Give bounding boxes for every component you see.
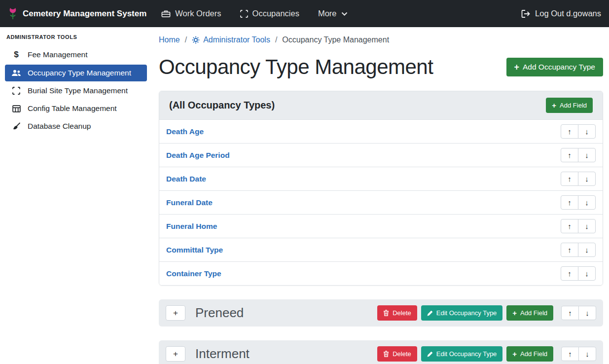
add-occupancy-type-button[interactable]: + Add Occupancy Type xyxy=(506,58,603,76)
button-label: Delete xyxy=(393,309,411,317)
broom-icon xyxy=(11,122,21,130)
all-occupancy-types-panel: (All Occupancy Types) + Add Field Death … xyxy=(159,91,603,286)
sidebar-item-burial-site-type-management[interactable]: Burial Site Type Management xyxy=(5,82,147,99)
reorder-controls: ↑ ↓ xyxy=(561,148,596,162)
section-actions: Delete Edit Occupancy Type + Add Field ↑ xyxy=(377,346,596,362)
main-content: Home / Administrator Tools / Occupancy T… xyxy=(152,27,609,364)
field-link-funeral-home[interactable]: Funeral Home xyxy=(166,222,217,231)
field-link-funeral-date[interactable]: Funeral Date xyxy=(166,198,213,207)
move-up-button[interactable]: ↑ xyxy=(561,347,579,361)
field-row: Container Type ↑ ↓ xyxy=(159,261,603,285)
button-label: Add Field xyxy=(520,350,547,358)
table-icon xyxy=(11,105,21,112)
field-row: Funeral Date ↑ ↓ xyxy=(159,190,603,214)
move-down-button[interactable]: ↓ xyxy=(578,243,596,257)
move-down-button[interactable]: ↓ xyxy=(578,148,596,162)
move-up-button[interactable]: ↑ xyxy=(561,195,578,210)
nav-item-occupancies[interactable]: Occupancies xyxy=(240,9,299,18)
expand-button[interactable]: + xyxy=(166,305,185,321)
breadcrumb-admin-tools-link[interactable]: Administrator Tools xyxy=(203,36,270,44)
occupancy-type-section-interment: + Interment Delete xyxy=(159,340,603,364)
occupancy-type-title: Interment xyxy=(195,346,250,362)
field-row: Committal Type ↑ ↓ xyxy=(159,238,603,261)
logout-button[interactable]: Log Out d.gowans xyxy=(521,9,601,18)
move-up-button[interactable]: ↑ xyxy=(561,172,578,186)
sidebar: Administrator Tools $ Fee Management Occ… xyxy=(0,27,152,364)
reorder-controls: ↑ ↓ xyxy=(561,266,596,281)
reorder-controls: ↑ ↓ xyxy=(561,347,596,361)
field-row: Death Age ↑ ↓ xyxy=(159,119,603,143)
move-down-button[interactable]: ↓ xyxy=(578,306,596,320)
field-link-death-age[interactable]: Death Age xyxy=(166,127,204,136)
move-up-button[interactable]: ↑ xyxy=(561,124,578,139)
move-down-button[interactable]: ↓ xyxy=(578,195,596,210)
nav-label: Occupancies xyxy=(252,9,299,18)
sidebar-item-label: Config Table Management xyxy=(28,104,117,113)
plus-icon: + xyxy=(514,64,519,71)
sidebar-item-config-table-management[interactable]: Config Table Management xyxy=(5,100,147,117)
chevron-down-icon xyxy=(341,12,348,16)
pencil-icon xyxy=(427,310,433,316)
reorder-controls: ↑ ↓ xyxy=(561,195,596,210)
button-label: Delete xyxy=(393,350,411,358)
reorder-controls: ↑ ↓ xyxy=(561,306,596,320)
breadcrumb-separator: / xyxy=(275,36,277,44)
add-field-button[interactable]: + Add Field xyxy=(546,98,593,113)
move-down-button[interactable]: ↓ xyxy=(578,172,596,186)
gear-icon xyxy=(192,36,200,44)
sidebar-item-fee-management[interactable]: $ Fee Management xyxy=(5,46,147,64)
plus-icon: + xyxy=(512,351,517,357)
nav-label: Work Orders xyxy=(175,9,221,18)
edit-occupancy-type-button[interactable]: Edit Occupancy Type xyxy=(421,346,503,362)
sidebar-item-label: Occupancy Type Management xyxy=(28,69,131,77)
move-down-button[interactable]: ↓ xyxy=(578,219,596,233)
sidebar-header: Administrator Tools xyxy=(0,33,152,45)
page-title: Occupancy Type Management xyxy=(159,55,433,79)
field-row: Death Age Period ↑ ↓ xyxy=(159,143,603,167)
field-row: Funeral Home ↑ ↓ xyxy=(159,214,603,238)
occupancy-type-title: Preneed xyxy=(195,305,244,321)
trash-icon xyxy=(383,351,389,357)
reorder-controls: ↑ ↓ xyxy=(561,219,596,233)
move-up-button[interactable]: ↑ xyxy=(561,148,578,162)
delete-button[interactable]: Delete xyxy=(377,305,417,321)
app-brand[interactable]: Cemetery Management System xyxy=(8,7,146,20)
expand-button[interactable]: + xyxy=(166,346,185,362)
move-up-button[interactable]: ↑ xyxy=(561,219,578,233)
field-link-death-date[interactable]: Death Date xyxy=(166,175,206,183)
field-row: Death Date ↑ ↓ xyxy=(159,167,603,190)
move-down-button[interactable]: ↓ xyxy=(578,347,596,361)
move-up-button[interactable]: ↑ xyxy=(561,306,579,320)
breadcrumb-home-link[interactable]: Home xyxy=(159,36,180,44)
field-link-death-age-period[interactable]: Death Age Period xyxy=(166,151,230,160)
dollar-icon: $ xyxy=(11,50,21,60)
sidebar-item-label: Database Cleanup xyxy=(28,122,91,131)
add-field-button[interactable]: + Add Field xyxy=(506,346,553,362)
pencil-icon xyxy=(427,351,433,357)
logout-label: Log Out d.gowans xyxy=(535,9,601,18)
sidebar-item-label: Fee Management xyxy=(28,50,88,59)
section-actions: Delete Edit Occupancy Type + Add Field ↑ xyxy=(377,305,596,321)
move-up-button[interactable]: ↑ xyxy=(561,243,578,257)
move-down-button[interactable]: ↓ xyxy=(578,266,596,281)
nav-item-more[interactable]: More xyxy=(318,9,348,18)
edit-occupancy-type-button[interactable]: Edit Occupancy Type xyxy=(421,305,503,321)
logout-icon xyxy=(521,10,531,18)
field-link-committal-type[interactable]: Committal Type xyxy=(166,246,223,255)
delete-button[interactable]: Delete xyxy=(377,346,417,362)
breadcrumb-separator: / xyxy=(185,36,187,44)
sidebar-item-occupancy-type-management[interactable]: Occupancy Type Management xyxy=(5,65,147,81)
add-field-button[interactable]: + Add Field xyxy=(506,305,553,321)
button-label: Edit Occupancy Type xyxy=(436,350,497,358)
field-link-container-type[interactable]: Container Type xyxy=(166,269,221,278)
button-label: Add Occupancy Type xyxy=(523,63,595,72)
nav-item-work-orders[interactable]: Work Orders xyxy=(161,9,221,18)
users-icon xyxy=(11,70,21,76)
nav-label: More xyxy=(318,9,337,18)
move-up-button[interactable]: ↑ xyxy=(561,266,578,281)
app-title: Cemetery Management System xyxy=(23,9,146,19)
button-label: Add Field xyxy=(560,102,587,109)
panel-header: (All Occupancy Types) + Add Field xyxy=(159,91,603,119)
sidebar-item-database-cleanup[interactable]: Database Cleanup xyxy=(5,118,147,135)
move-down-button[interactable]: ↓ xyxy=(578,124,596,139)
